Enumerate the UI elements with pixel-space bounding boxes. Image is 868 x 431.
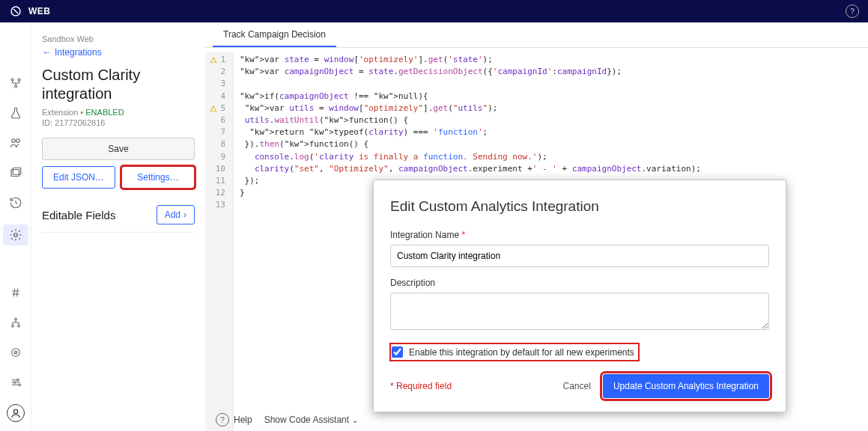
- side-panel: Sandbox Web ← Integrations Custom Clarit…: [31, 22, 205, 431]
- svg-point-15: [16, 379, 19, 381]
- footer-help[interactable]: ? Help: [216, 413, 252, 427]
- chevron-down-icon: ⌄: [352, 416, 358, 424]
- integration-name-input[interactable]: [390, 245, 769, 267]
- topbar-left: WEB: [9, 4, 51, 18]
- description-textarea[interactable]: [390, 293, 769, 330]
- help-icon: ?: [216, 413, 229, 427]
- footer-code-assistant[interactable]: Show Code Assistant ⌄: [264, 415, 358, 425]
- modal-title: Edit Custom Analytics Integration: [390, 198, 769, 215]
- avatar-icon[interactable]: [7, 404, 25, 422]
- flask-icon[interactable]: [7, 105, 24, 121]
- target-icon[interactable]: [7, 344, 24, 361]
- page-title: Custom Clarity integration: [42, 66, 195, 103]
- editor-footer: ? Help Show Code Assistant ⌄: [205, 409, 358, 431]
- extension-status: Extension • ENABLED: [42, 108, 195, 117]
- svg-point-17: [19, 384, 21, 386]
- svg-point-11: [17, 325, 19, 327]
- help-icon[interactable]: ?: [846, 4, 859, 18]
- svg-point-1: [11, 79, 13, 81]
- back-link[interactable]: ← Integrations: [42, 46, 102, 58]
- extension-id: ID: 21772062816: [42, 118, 195, 127]
- cancel-button[interactable]: Cancel: [563, 381, 591, 391]
- svg-point-9: [14, 318, 16, 320]
- back-label: Integrations: [55, 47, 102, 58]
- integration-name-label: Integration Name *: [390, 230, 769, 240]
- history-icon[interactable]: [7, 195, 24, 211]
- tab-track-campaign[interactable]: Track Campaign Decision: [213, 23, 336, 47]
- enable-default-label: Enable this integration by default for a…: [409, 347, 634, 358]
- sliders-icon[interactable]: [7, 374, 24, 391]
- hash-icon[interactable]: [7, 284, 24, 301]
- svg-point-10: [11, 325, 13, 327]
- svg-point-5: [16, 139, 19, 143]
- svg-point-4: [11, 139, 15, 143]
- svg-point-14: [15, 352, 16, 353]
- svg-rect-7: [13, 168, 21, 174]
- hierarchy-icon[interactable]: [7, 314, 24, 331]
- svg-point-2: [18, 79, 20, 81]
- required-field-text: * Required field: [390, 381, 452, 391]
- enable-default-row[interactable]: Enable this integration by default for a…: [390, 343, 639, 361]
- tab-bar: Track Campaign Decision: [205, 22, 868, 48]
- pages-icon[interactable]: [7, 165, 24, 181]
- app-name: WEB: [28, 6, 51, 16]
- experiments-icon[interactable]: [7, 75, 24, 91]
- icon-rail: [0, 22, 31, 431]
- code-gutter: 12345678910111213: [205, 52, 234, 431]
- editable-fields-heading: Editable Fields: [42, 209, 115, 221]
- settings-icon[interactable]: [3, 224, 28, 245]
- arrow-left-icon: ←: [42, 46, 52, 58]
- description-label: Description: [390, 278, 769, 288]
- breadcrumb: Sandbox Web: [42, 34, 195, 43]
- svg-rect-6: [11, 170, 19, 177]
- top-bar: WEB ?: [0, 0, 868, 22]
- svg-point-8: [13, 233, 17, 237]
- chevron-right-icon: ›: [183, 210, 186, 220]
- logo-icon: [9, 4, 22, 18]
- add-button[interactable]: Add ›: [157, 205, 195, 224]
- save-button[interactable]: Save: [42, 138, 195, 160]
- enable-default-checkbox[interactable]: [392, 346, 403, 358]
- svg-point-18: [13, 409, 17, 413]
- edit-json-button[interactable]: Edit JSON…: [42, 166, 115, 189]
- svg-point-3: [14, 85, 16, 88]
- svg-point-16: [13, 382, 16, 384]
- audiences-icon[interactable]: [7, 135, 24, 151]
- update-integration-button[interactable]: Update Custom Analytics Integration: [603, 374, 769, 398]
- edit-integration-modal: Edit Custom Analytics Integration Integr…: [373, 180, 786, 412]
- settings-button[interactable]: Settings…: [121, 166, 195, 189]
